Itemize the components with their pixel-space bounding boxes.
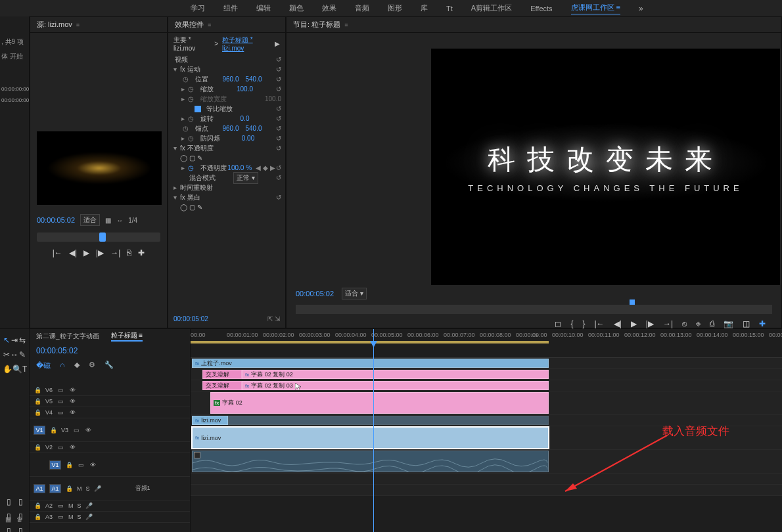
menu-edit[interactable]: 编辑	[256, 3, 271, 13]
v3-lock-icon[interactable]: 🔒	[49, 427, 57, 433]
prog-in-icon[interactable]: {	[570, 319, 573, 328]
track-a3[interactable]	[191, 485, 782, 496]
project-view-icon[interactable]: ▦	[5, 516, 11, 523]
reset-icon[interactable]: ↺	[276, 56, 281, 63]
play-icon[interactable]: ▶	[83, 248, 89, 257]
v1-target-toggle[interactable]: V1	[49, 460, 61, 470]
menu-assembly[interactable]: 组件	[223, 3, 238, 13]
stopwatch-scale-icon[interactable]: ◷	[188, 85, 194, 93]
opacity-v[interactable]: 100.0 %	[227, 164, 252, 171]
menu-learn[interactable]: 学习	[191, 3, 205, 13]
tl-b-icon[interactable]: ▯	[18, 497, 23, 506]
reset-uniform-icon[interactable]: ↺	[276, 105, 281, 112]
clip-v2[interactable]: fxlizi.mov	[192, 416, 228, 425]
hand-tool-icon[interactable]: ✋	[3, 365, 12, 374]
program-preview[interactable]: 科技改变未来 TECHNOLOGY CHANGES THE FUTURE	[431, 49, 780, 285]
program-timecode[interactable]: 00:00:05:02	[296, 290, 334, 298]
program-fit-dropdown[interactable]: 适合 ▾	[342, 288, 367, 299]
mask-ellipse2-icon[interactable]: ◯	[180, 204, 187, 211]
prog-camera-icon[interactable]: 📷	[724, 319, 733, 328]
prog-out-icon[interactable]: }	[582, 319, 585, 328]
pos-y[interactable]: 540.0	[246, 76, 262, 83]
reset-opacity-fx-icon[interactable]: ↺	[276, 144, 281, 152]
timeline-timecode[interactable]: 00:00:05:02	[30, 344, 190, 358]
prog-step-fwd-icon[interactable]: |▶	[646, 319, 654, 328]
mark-in-icon[interactable]: |←	[53, 248, 62, 257]
menu-library[interactable]: 库	[421, 3, 428, 13]
prog-goto-out-icon[interactable]: →|	[663, 319, 673, 328]
stopwatch-opacity-icon[interactable]: ◷	[188, 164, 194, 171]
v6-eye-icon[interactable]: 👁	[68, 387, 76, 393]
prog-play-icon[interactable]: ▶	[631, 319, 637, 328]
prog-step-back-icon[interactable]: ◀|	[614, 319, 622, 328]
clip-v4-transition[interactable]: 交叉溶解	[202, 381, 242, 390]
source-preview[interactable]	[37, 131, 162, 205]
eff-timeremap[interactable]: 时间重映射	[177, 183, 213, 192]
track-v6[interactable]: fx上粒子.mov	[191, 358, 782, 369]
tl-wrench-icon[interactable]: 🔧	[104, 361, 114, 370]
v4-label[interactable]: V4	[45, 409, 53, 416]
zoom-tool-icon[interactable]: 🔍	[12, 365, 22, 374]
v6-lock-icon[interactable]: 🔒	[34, 387, 41, 393]
mask-rect2-icon[interactable]: ▢	[189, 204, 195, 211]
effect-tab[interactable]: 效果控件	[175, 20, 204, 30]
reset-anchor-icon[interactable]: ↺	[276, 125, 281, 132]
effect-tab-menu-icon[interactable]: ≡	[208, 22, 211, 28]
antiflicker-v[interactable]: 0.00	[242, 135, 254, 142]
source-tab-close-icon[interactable]: ≡	[76, 22, 80, 28]
program-tab-menu-icon[interactable]: ≡	[344, 22, 348, 28]
track-select-icon[interactable]: ⇥	[11, 336, 18, 345]
v1-source-toggle[interactable]: V1	[34, 426, 45, 435]
tl-marker-icon[interactable]: ◆	[74, 361, 80, 370]
mask-pen2-icon[interactable]: ✎	[197, 204, 202, 211]
track-v3[interactable]: fx字幕 02	[191, 391, 782, 415]
v5-label[interactable]: V5	[45, 398, 53, 405]
tl-f-icon[interactable]: ▯	[18, 526, 23, 532]
reset-opacity-icon[interactable]: ↺	[276, 164, 281, 171]
v5-lock-icon[interactable]: 🔒	[34, 398, 41, 405]
tl-snap-icon[interactable]: �磁	[36, 361, 51, 370]
prog-lift-icon[interactable]: ⎋	[682, 319, 687, 328]
prog-settings-icon[interactable]: ✚	[759, 319, 766, 328]
clip-v5-transition[interactable]: 交叉溶解	[202, 370, 242, 379]
v4-lock-icon[interactable]: 🔒	[34, 409, 41, 416]
eff-zoom-icon[interactable]: ⇱ ⇲	[267, 315, 280, 322]
track-v4[interactable]: 交叉溶解 fx字幕 02 复制 03	[191, 380, 782, 391]
reset-scale-icon[interactable]: ↺	[276, 85, 281, 93]
clip-v5[interactable]: fx字幕 02 复制 02	[242, 370, 549, 379]
source-timecode[interactable]: 00:00:05:02	[37, 216, 75, 224]
mask-rect-icon[interactable]: ▢	[189, 154, 195, 162]
source-scrubber[interactable]	[37, 233, 160, 242]
v6-sync-icon[interactable]: ▭	[57, 387, 64, 393]
clip-v6[interactable]: fx上粒子.mov	[192, 359, 549, 368]
v2-label[interactable]: V2	[45, 444, 53, 451]
tl-a-icon[interactable]: ▯	[7, 497, 11, 506]
a1-source-toggle[interactable]: A1	[34, 484, 45, 493]
clip-v1-selected[interactable]: fxlizi.mov	[192, 427, 549, 449]
eff-crumb-master[interactable]: 主要 * lizi.mov	[173, 35, 210, 52]
type-tool-icon[interactable]: T	[22, 365, 27, 374]
selection-tool-icon[interactable]: ↖	[3, 336, 10, 345]
project-trash-icon[interactable]: 🗑	[16, 516, 23, 523]
prog-compare-icon[interactable]: ◫	[743, 319, 750, 328]
source-safe-icon[interactable]: ▦	[105, 217, 111, 224]
v6-label[interactable]: V6	[45, 387, 53, 393]
pen-tool-icon[interactable]: ✎	[19, 350, 26, 359]
stopwatch-flicker-icon[interactable]: ◷	[188, 135, 194, 142]
eff-timecode[interactable]: 00:00:05:02	[173, 315, 208, 322]
reset-rot-icon[interactable]: ↺	[276, 115, 281, 122]
menu-overflow-icon[interactable]: »	[639, 4, 643, 13]
a2-label[interactable]: A2	[45, 502, 53, 509]
scale-v[interactable]: 100.0	[237, 85, 253, 93]
step-fwd-icon[interactable]: |▶	[96, 248, 104, 257]
prog-marker-icon[interactable]: ◻	[555, 319, 561, 328]
program-scrubber[interactable]	[296, 305, 772, 314]
program-tab[interactable]: 节目: 粒子标题	[293, 20, 340, 30]
prog-extract-icon[interactable]: ⎆	[696, 319, 701, 328]
prog-goto-in-icon[interactable]: |←	[595, 319, 605, 328]
playhead[interactable]	[373, 329, 374, 532]
add-marker-icon[interactable]: ✚	[138, 248, 145, 257]
menu-audio[interactable]: 音频	[355, 3, 369, 13]
a3-label[interactable]: A3	[45, 514, 53, 520]
clip-v3[interactable]: fx字幕 02	[210, 392, 549, 414]
